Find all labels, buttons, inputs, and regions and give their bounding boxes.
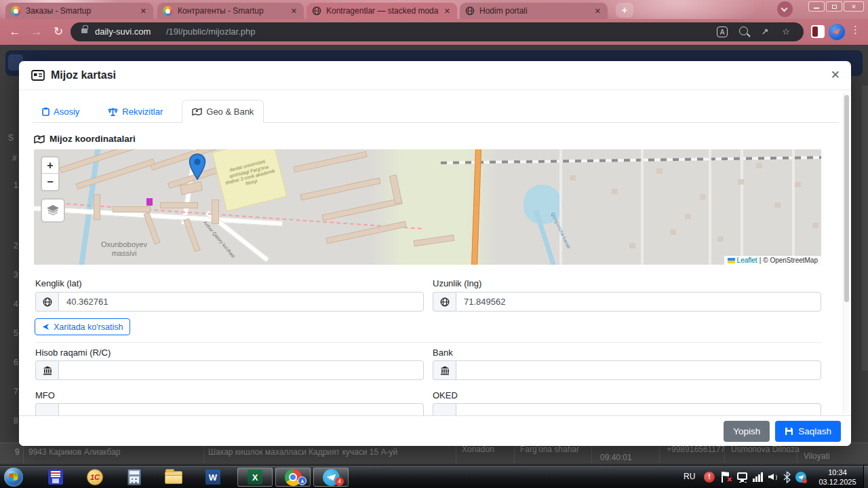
- side-panel-icon[interactable]: [811, 25, 825, 38]
- map-building: [300, 178, 380, 201]
- browser-tab-1[interactable]: Заказы - Smartup ✕: [5, 3, 153, 19]
- tab-search-chevron-icon[interactable]: [777, 1, 793, 17]
- tab-rekvizitlar[interactable]: Rekvizitlar: [98, 100, 172, 123]
- leaflet-link[interactable]: Leaflet: [737, 257, 757, 264]
- save-button[interactable]: Saqlash: [775, 421, 841, 442]
- row-city: Farg'ona shahar: [520, 445, 579, 454]
- window-minimize-button[interactable]: [808, 1, 825, 12]
- lng-input[interactable]: [456, 292, 821, 312]
- windows-flag-icon: [9, 472, 18, 481]
- signal-bar: [758, 474, 760, 482]
- start-button[interactable]: [4, 468, 23, 487]
- bank-label: Bank: [433, 348, 453, 358]
- map-marked-icon: [34, 134, 45, 144]
- map-railway: [441, 156, 821, 164]
- lat-input[interactable]: [58, 292, 424, 312]
- tab-close-icon[interactable]: ✕: [290, 7, 298, 16]
- 1c-icon: 1С: [87, 469, 103, 485]
- taskbar-1c-app[interactable]: 1С: [80, 468, 110, 487]
- map-minor-road: [641, 149, 644, 265]
- browser-menu-icon[interactable]: ⋮: [850, 24, 861, 36]
- bg-row-num: 5: [14, 329, 18, 338]
- lng-field-group: [433, 292, 821, 312]
- map-minor-road: [741, 149, 743, 265]
- tab-close-icon[interactable]: ✕: [593, 7, 602, 16]
- word-icon: W: [205, 470, 220, 485]
- map-layers-control[interactable]: [41, 198, 65, 223]
- window-restore-button[interactable]: [826, 1, 842, 12]
- scrollbar-thumb[interactable]: [844, 95, 849, 302]
- tab-title: Kontragentlar — stacked modal: [326, 6, 438, 16]
- reload-button[interactable]: ↻: [50, 24, 66, 40]
- tray-bluetooth-icon[interactable]: [783, 471, 791, 483]
- account-input[interactable]: [58, 360, 424, 380]
- folder-icon: [165, 471, 182, 484]
- table-divider: [456, 445, 456, 463]
- osm-link[interactable]: © OpenStreetMap: [763, 257, 818, 264]
- forward-button[interactable]: →: [28, 24, 45, 40]
- smartup-favicon: [163, 6, 173, 16]
- browser-tab-2[interactable]: Контрагенты - Smartup ✕: [157, 3, 304, 19]
- map-marker-pin[interactable]: [189, 153, 206, 181]
- tray-volume-icon[interactable]: [768, 472, 778, 481]
- browser-tab-4[interactable]: Hodim portali ✕: [460, 3, 608, 19]
- modal-scrollbar[interactable]: [843, 92, 849, 414]
- district-line2: massivi: [80, 249, 168, 258]
- tab-label: Rekvizitlar: [122, 107, 163, 117]
- url-path: /19l/public/mijozlar.php: [166, 26, 256, 37]
- calculator-icon: [127, 469, 141, 485]
- window-close-button[interactable]: ✕: [844, 1, 864, 12]
- close-button[interactable]: Yopish: [724, 421, 770, 442]
- modal-close-icon[interactable]: ✕: [831, 68, 840, 82]
- taskbar-word[interactable]: W: [198, 468, 228, 487]
- table-divider: [203, 445, 204, 463]
- taskbar: 1С W X 4 RU ! ✕ 10:34 03.12.2025: [0, 465, 868, 488]
- zoom-out-button[interactable]: −: [42, 174, 58, 190]
- show-desktop-button[interactable]: [863, 466, 868, 488]
- location-pin-overlay-icon: [298, 476, 307, 485]
- map-minor-road: [709, 149, 711, 265]
- tray-signal-icon[interactable]: [753, 472, 764, 482]
- clock-time: 10:34: [812, 468, 863, 477]
- tray-language[interactable]: RU: [684, 472, 695, 481]
- show-on-map-button[interactable]: Xaritada ko'rsatish: [35, 318, 130, 335]
- map-building: [160, 202, 198, 208]
- taskbar-explorer[interactable]: [159, 468, 189, 487]
- taskbar-calculator[interactable]: [119, 468, 149, 487]
- tray-network-icon[interactable]: [737, 472, 747, 480]
- translate-icon[interactable]: A: [717, 26, 728, 37]
- taskbar-excel-open[interactable]: X: [237, 468, 273, 487]
- address-bar[interactable]: daily-suvi.com /19l/public/mijozlar.php …: [71, 22, 804, 41]
- new-tab-button[interactable]: +: [616, 3, 633, 18]
- taskbar-save-app[interactable]: [41, 468, 71, 487]
- taskbar-chrome-open[interactable]: [275, 468, 311, 487]
- tray-clock[interactable]: 10:34 03.12.2025: [812, 468, 863, 487]
- save-label: Saqlash: [798, 426, 831, 436]
- lat-field-group: [35, 292, 424, 312]
- balance-scale-icon: [108, 107, 118, 116]
- map-marked-icon: [192, 107, 202, 116]
- profile-avatar[interactable]: [829, 24, 845, 40]
- tab-geo-bank[interactable]: Geo & Bank: [182, 100, 264, 123]
- tray-telegram-icon[interactable]: [795, 472, 806, 483]
- lng-label: Uzunlik (lng): [433, 278, 481, 288]
- browser-toolbar: ← → ↻ daily-suvi.com /19l/public/mijozla…: [0, 19, 868, 45]
- map-building: [94, 194, 100, 220]
- back-button[interactable]: ←: [7, 24, 23, 40]
- browser-tab-3-active[interactable]: Kontragentlar — stacked modal ✕: [307, 3, 457, 19]
- zoom-in-button[interactable]: +: [42, 157, 58, 174]
- row-phone: +998916561177: [667, 445, 725, 454]
- tray-action-center-icon[interactable]: ✕: [722, 472, 731, 483]
- tab-close-icon[interactable]: ✕: [443, 7, 452, 16]
- table-divider: [514, 445, 515, 463]
- attrib-separator: |: [760, 257, 762, 264]
- tab-asosiy[interactable]: Asosiy: [33, 100, 89, 123]
- bookmark-star-icon[interactable]: ☆: [780, 26, 792, 38]
- tray-alert-icon[interactable]: !: [704, 472, 715, 483]
- zoom-page-icon[interactable]: [739, 26, 748, 35]
- share-icon[interactable]: ↗: [759, 26, 771, 38]
- taskbar-telegram-open[interactable]: 4: [313, 468, 349, 487]
- tab-close-icon[interactable]: ✕: [139, 7, 148, 16]
- bank-input[interactable]: [456, 360, 821, 380]
- leaflet-map[interactable]: davlat universiteti qoshidagi Farg'ona s…: [34, 149, 821, 265]
